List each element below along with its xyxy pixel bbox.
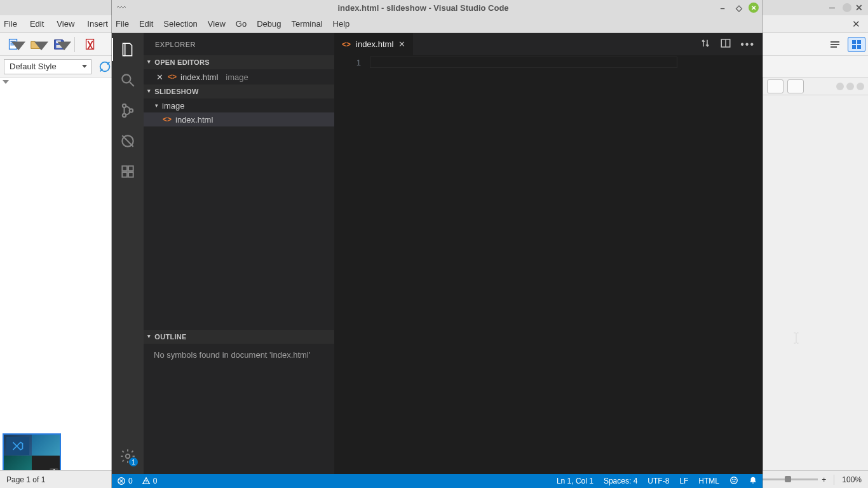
line-number-1: 1 <box>334 58 361 67</box>
bg-menu-edit[interactable]: Edit <box>30 19 44 29</box>
line-gutter: 1 <box>334 55 370 474</box>
status-warnings[interactable]: 0 <box>142 477 158 485</box>
vscode-statusbar: 0 0 Ln 1, Col 1 Spaces: 4 UTF-8 LF HTML <box>112 474 763 488</box>
style-dropdown-value: Default Style <box>10 62 57 71</box>
status-language[interactable]: HTML <box>698 477 719 485</box>
menu-terminal[interactable]: Terminal <box>291 19 322 29</box>
maximize-button[interactable]: ◇ <box>732 2 746 13</box>
chevron-down-icon: ▾ <box>155 102 158 109</box>
bg-menu-insert[interactable]: Insert <box>87 19 108 29</box>
compare-changes-icon[interactable] <box>700 37 711 51</box>
scrollbar-vertical[interactable] <box>754 55 763 474</box>
menu-go[interactable]: Go <box>236 19 247 29</box>
svg-point-23 <box>123 114 126 117</box>
svg-point-21 <box>122 74 130 83</box>
more-actions-icon[interactable]: ••• <box>740 39 755 50</box>
split-editor-icon[interactable] <box>720 37 731 51</box>
save-icon[interactable] <box>50 36 69 53</box>
zoom-value[interactable]: 100% <box>842 475 862 484</box>
bg-menu-file[interactable]: File <box>4 19 17 29</box>
extensions-icon[interactable] <box>119 163 137 180</box>
close-icon[interactable]: ✕ <box>155 72 164 82</box>
bg-maximize-icon[interactable] <box>843 3 851 12</box>
explorer-icon[interactable] <box>119 41 137 58</box>
app-menu-icon[interactable]: 〰 <box>117 3 126 13</box>
svg-rect-7 <box>831 41 839 43</box>
chevron-down-icon: ▾ <box>147 58 151 65</box>
menu-help[interactable]: Help <box>333 19 350 29</box>
outline-header[interactable]: ▾ OUTLINE <box>144 330 334 344</box>
menu-selection[interactable]: Selection <box>163 19 197 29</box>
svg-rect-11 <box>857 40 861 44</box>
svg-point-30 <box>126 454 130 459</box>
export-pdf-icon[interactable] <box>81 36 100 53</box>
open-editors-header[interactable]: ▾ OPEN EDITORS <box>144 55 334 69</box>
code-editor[interactable] <box>370 55 715 474</box>
status-indent[interactable]: Spaces: 4 <box>604 477 637 485</box>
html-file-icon: <> <box>168 72 177 81</box>
side-list-icon[interactable] <box>767 79 783 93</box>
tab-index-html[interactable]: <> index.html ✕ <box>334 33 414 55</box>
window-title: index.html - slideshow - Visual Studio C… <box>131 3 715 13</box>
menu-file[interactable]: File <box>116 19 129 29</box>
side-menu-icon[interactable] <box>787 79 804 93</box>
bg-close-icon[interactable]: ✕ <box>855 3 863 13</box>
debug-icon[interactable] <box>119 132 137 150</box>
libreoffice-side-panel <box>763 78 868 470</box>
menu-view[interactable]: View <box>208 19 226 29</box>
settings-gear-icon[interactable]: 1 <box>119 447 137 465</box>
zoom-slider[interactable]: − + 100% <box>746 475 862 485</box>
explorer-title: EXPLORER <box>144 33 334 55</box>
current-line-highlight <box>370 57 677 68</box>
style-dropdown[interactable]: Default Style <box>4 59 92 74</box>
svg-point-35 <box>735 479 735 480</box>
menu-edit[interactable]: Edit <box>139 19 153 29</box>
open-editor-item[interactable]: ✕ <> index.html image <box>144 69 334 85</box>
tab-bar: <> index.html ✕ ••• <box>334 33 763 55</box>
page-indicator: Page 1 of 1 <box>6 475 45 484</box>
svg-point-33 <box>731 477 738 484</box>
status-encoding[interactable]: UTF-8 <box>648 477 669 485</box>
new-doc-icon[interactable] <box>4 36 23 53</box>
outline-message: No symbols found in document 'index.html… <box>144 344 334 366</box>
html-file-icon: <> <box>163 115 172 124</box>
minimap[interactable] <box>715 55 754 474</box>
bg-minimize-icon[interactable]: – <box>829 2 835 13</box>
oe-folder: image <box>226 72 248 82</box>
vscode-titlebar: 〰 index.html - slideshow - Visual Studio… <box>112 0 763 15</box>
ruler-mark-icon <box>3 80 9 84</box>
svg-rect-9 <box>831 46 837 48</box>
outline-label: OUTLINE <box>154 333 186 341</box>
chevron-down-icon <box>82 65 87 68</box>
menu-debug[interactable]: Debug <box>257 19 281 29</box>
sidebar-tab-properties-icon[interactable] <box>826 37 844 52</box>
sidebar-tab-gallery-icon[interactable] <box>848 37 865 52</box>
sidebar-explorer: EXPLORER ▾ OPEN EDITORS ✕ <> index.html … <box>144 33 334 474</box>
status-eol[interactable]: LF <box>679 477 688 485</box>
tree-folder-image[interactable]: ▾ image <box>144 98 334 112</box>
status-errors[interactable]: 0 <box>117 477 133 485</box>
svg-rect-26 <box>122 166 127 171</box>
svg-point-34 <box>733 479 733 480</box>
feedback-icon[interactable] <box>729 476 738 487</box>
html-file-icon: <> <box>342 40 351 49</box>
bg-doc-close-icon[interactable]: ✕ <box>852 18 860 30</box>
tree-file-index[interactable]: <> index.html <box>144 112 334 126</box>
open-icon[interactable] <box>27 36 46 53</box>
zoom-in-icon[interactable]: + <box>822 475 826 484</box>
status-cursor[interactable]: Ln 1, Col 1 <box>557 477 593 485</box>
minimize-button[interactable]: – <box>715 2 729 13</box>
svg-rect-10 <box>852 40 856 44</box>
workspace-header[interactable]: ▾ SLIDESHOW <box>144 85 334 98</box>
source-control-icon[interactable] <box>119 102 137 119</box>
chevron-down-icon: ▾ <box>147 333 151 339</box>
notifications-icon[interactable] <box>749 476 757 487</box>
svg-rect-27 <box>122 172 127 177</box>
close-button[interactable]: ✕ <box>749 3 759 13</box>
close-icon[interactable]: ✕ <box>398 39 405 49</box>
oe-filename: index.html <box>180 72 218 82</box>
workspace-label: SLIDESHOW <box>154 88 198 95</box>
open-editors-label: OPEN EDITORS <box>154 58 210 66</box>
bg-menu-view[interactable]: View <box>57 19 74 29</box>
search-icon[interactable] <box>119 71 137 89</box>
